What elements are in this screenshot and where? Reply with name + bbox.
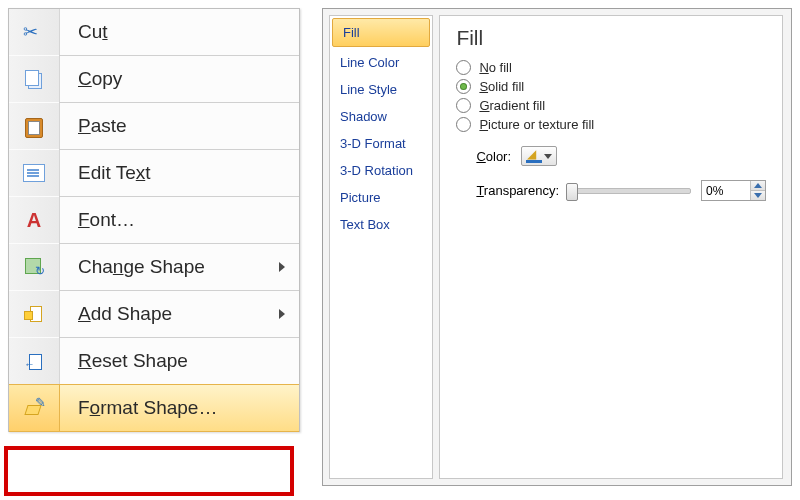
radio-solid-fill[interactable]: Solid fill xyxy=(456,79,766,94)
submenu-arrow-icon xyxy=(279,262,285,272)
nav-item-3d-rotation[interactable]: 3-D Rotation xyxy=(330,157,432,184)
paste-icon xyxy=(25,116,43,136)
menu-item-format-shape[interactable]: Format Shape… xyxy=(9,384,299,432)
highlight-annotation xyxy=(4,446,294,496)
radio-gradient-fill[interactable]: Gradient fill xyxy=(456,98,766,113)
edit-text-icon xyxy=(23,164,45,182)
radio-icon xyxy=(456,79,471,94)
dialog-pane-fill: Fill No fill Solid fill Gradient fill Pi… xyxy=(439,15,783,479)
menu-label: Edit Te xyxy=(78,162,136,183)
chevron-up-icon xyxy=(754,183,762,188)
menu-label: Cu xyxy=(78,21,102,42)
menu-item-font[interactable]: Font… xyxy=(9,197,299,243)
spinner-up-button[interactable] xyxy=(751,181,765,191)
reset-shape-icon xyxy=(25,352,43,370)
color-picker-button[interactable] xyxy=(521,146,557,166)
radio-label: olid fill xyxy=(488,79,524,94)
radio-label: o fill xyxy=(489,60,512,75)
change-shape-icon xyxy=(25,258,43,276)
chevron-down-icon xyxy=(544,154,552,159)
slider-thumb[interactable] xyxy=(566,183,578,201)
transparency-slider[interactable] xyxy=(569,188,691,194)
menu-label: Cha xyxy=(78,256,113,277)
font-icon xyxy=(23,209,45,231)
chevron-down-icon xyxy=(754,193,762,198)
radio-label: radient fill xyxy=(490,98,546,113)
menu-item-cut[interactable]: Cut xyxy=(9,9,299,55)
fill-bucket-icon xyxy=(526,149,542,163)
submenu-arrow-icon xyxy=(279,309,285,319)
menu-item-reset-shape[interactable]: Reset Shape xyxy=(9,338,299,384)
nav-item-shadow[interactable]: Shadow xyxy=(330,103,432,130)
cut-icon xyxy=(23,21,45,43)
format-shape-icon xyxy=(24,399,44,417)
add-shape-icon xyxy=(25,305,43,323)
transparency-value: 0% xyxy=(702,182,750,200)
transparency-label: ransparency: xyxy=(484,183,559,198)
menu-item-copy[interactable]: Copy xyxy=(9,56,299,102)
pane-title: Fill xyxy=(456,26,766,50)
radio-picture-fill[interactable]: Picture or texture fill xyxy=(456,117,766,132)
nav-item-text-box[interactable]: Text Box xyxy=(330,211,432,238)
dialog-nav: Fill Line Color Line Style Shadow 3-D Fo… xyxy=(329,15,433,479)
nav-item-3d-format[interactable]: 3-D Format xyxy=(330,130,432,157)
menu-item-add-shape[interactable]: Add Shape xyxy=(9,291,299,337)
radio-icon xyxy=(456,117,471,132)
radio-label: icture or texture fill xyxy=(488,117,594,132)
nav-item-fill[interactable]: Fill xyxy=(332,18,430,47)
transparency-row: Transparency: 0% xyxy=(476,180,766,201)
menu-item-paste[interactable]: Paste xyxy=(9,103,299,149)
radio-icon xyxy=(456,60,471,75)
radio-no-fill[interactable]: No fill xyxy=(456,60,766,75)
menu-label: ont… xyxy=(90,209,135,230)
menu-item-edit-text[interactable]: Edit Text xyxy=(9,150,299,196)
copy-icon xyxy=(25,70,43,88)
nav-item-picture[interactable]: Picture xyxy=(330,184,432,211)
transparency-spinner[interactable]: 0% xyxy=(701,180,766,201)
nav-item-line-color[interactable]: Line Color xyxy=(330,49,432,76)
nav-item-line-style[interactable]: Line Style xyxy=(330,76,432,103)
menu-label: aste xyxy=(91,115,127,136)
menu-label: opy xyxy=(92,68,123,89)
color-label: olor: xyxy=(486,149,511,164)
spinner-down-button[interactable] xyxy=(751,191,765,200)
menu-item-change-shape[interactable]: Change Shape xyxy=(9,244,299,290)
menu-label: F xyxy=(78,397,90,418)
menu-label: dd Shape xyxy=(91,303,172,324)
format-shape-dialog: Fill Line Color Line Style Shadow 3-D Fo… xyxy=(322,8,792,486)
menu-label: eset Shape xyxy=(92,350,188,371)
radio-icon xyxy=(456,98,471,113)
color-row: Color: xyxy=(476,146,766,166)
context-menu: Cut Copy Paste Edit Text xyxy=(8,8,300,432)
